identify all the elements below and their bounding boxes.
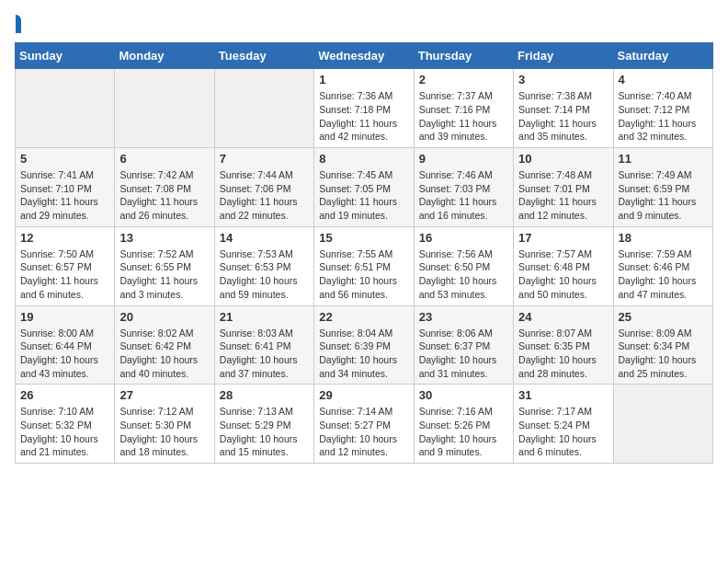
day-info: Sunrise: 8:07 AM Sunset: 6:35 PM Dayligh… [518, 327, 608, 381]
day-number: 7 [220, 152, 309, 166]
day-header-tuesday: Tuesday [214, 43, 313, 69]
week-row-2: 12Sunrise: 7:50 AM Sunset: 6:57 PM Dayli… [16, 226, 713, 305]
calendar-cell: 22Sunrise: 8:04 AM Sunset: 6:39 PM Dayli… [314, 305, 414, 385]
week-row-1: 5Sunrise: 7:41 AM Sunset: 7:10 PM Daylig… [16, 148, 713, 227]
calendar-cell [613, 385, 712, 464]
calendar-cell: 30Sunrise: 7:16 AM Sunset: 5:26 PM Dayli… [414, 385, 513, 464]
calendar-cell: 15Sunrise: 7:55 AM Sunset: 6:51 PM Dayli… [314, 226, 414, 305]
day-number: 16 [419, 231, 508, 245]
week-row-3: 19Sunrise: 8:00 AM Sunset: 6:44 PM Dayli… [16, 305, 713, 385]
day-number: 24 [518, 310, 608, 324]
day-number: 13 [119, 231, 209, 245]
day-number: 11 [619, 152, 708, 166]
day-number: 28 [220, 388, 309, 402]
day-header-sunday: Sunday [16, 43, 115, 69]
day-number: 4 [619, 73, 708, 86]
day-info: Sunrise: 7:56 AM Sunset: 6:50 PM Dayligh… [419, 247, 508, 302]
day-info: Sunrise: 7:17 AM Sunset: 5:24 PM Dayligh… [518, 405, 608, 459]
calendar-cell: 13Sunrise: 7:52 AM Sunset: 6:55 PM Dayli… [115, 226, 214, 305]
day-info: Sunrise: 8:09 AM Sunset: 6:34 PM Dayligh… [619, 327, 708, 381]
day-number: 2 [419, 73, 508, 86]
day-info: Sunrise: 7:37 AM Sunset: 7:16 PM Dayligh… [419, 89, 508, 144]
day-number: 22 [319, 310, 408, 324]
calendar-cell [16, 69, 115, 148]
week-row-0: 1Sunrise: 7:36 AM Sunset: 7:18 PM Daylig… [16, 69, 713, 148]
calendar-cell: 2Sunrise: 7:37 AM Sunset: 7:16 PM Daylig… [414, 69, 513, 148]
day-number: 31 [518, 388, 608, 402]
calendar-cell: 18Sunrise: 7:59 AM Sunset: 6:46 PM Dayli… [613, 226, 712, 305]
day-info: Sunrise: 7:36 AM Sunset: 7:18 PM Dayligh… [319, 89, 408, 144]
calendar-cell: 24Sunrise: 8:07 AM Sunset: 6:35 PM Dayli… [514, 305, 613, 385]
day-header-thursday: Thursday [414, 43, 513, 69]
calendar-cell: 8Sunrise: 7:45 AM Sunset: 7:05 PM Daylig… [314, 148, 414, 227]
day-info: Sunrise: 7:59 AM Sunset: 6:46 PM Dayligh… [619, 247, 708, 302]
calendar-cell: 11Sunrise: 7:49 AM Sunset: 6:59 PM Dayli… [613, 148, 712, 227]
day-number: 3 [518, 73, 608, 86]
calendar-cell: 14Sunrise: 7:53 AM Sunset: 6:53 PM Dayli… [214, 226, 313, 305]
calendar-cell: 25Sunrise: 8:09 AM Sunset: 6:34 PM Dayli… [613, 305, 712, 385]
day-info: Sunrise: 7:46 AM Sunset: 7:03 PM Dayligh… [419, 168, 508, 223]
calendar-cell: 5Sunrise: 7:41 AM Sunset: 7:10 PM Daylig… [16, 148, 115, 227]
day-info: Sunrise: 7:53 AM Sunset: 6:53 PM Dayligh… [220, 247, 309, 302]
day-info: Sunrise: 7:50 AM Sunset: 6:57 PM Dayligh… [20, 247, 109, 302]
calendar-cell: 29Sunrise: 7:14 AM Sunset: 5:27 PM Dayli… [314, 385, 414, 464]
day-header-friday: Friday [514, 43, 613, 69]
calendar-cell: 19Sunrise: 8:00 AM Sunset: 6:44 PM Dayli… [16, 305, 115, 385]
calendar-cell: 3Sunrise: 7:38 AM Sunset: 7:14 PM Daylig… [514, 69, 613, 148]
day-info: Sunrise: 7:13 AM Sunset: 5:29 PM Dayligh… [220, 405, 309, 459]
day-number: 29 [319, 388, 408, 402]
day-number: 23 [419, 310, 508, 324]
day-number: 5 [20, 152, 109, 166]
calendar-cell: 26Sunrise: 7:10 AM Sunset: 5:32 PM Dayli… [16, 385, 115, 464]
day-number: 12 [20, 231, 109, 245]
day-info: Sunrise: 7:12 AM Sunset: 5:30 PM Dayligh… [119, 405, 209, 459]
calendar-cell [115, 69, 214, 148]
day-number: 20 [119, 310, 209, 324]
calendar-cell: 7Sunrise: 7:44 AM Sunset: 7:06 PM Daylig… [214, 148, 313, 227]
day-info: Sunrise: 8:03 AM Sunset: 6:41 PM Dayligh… [220, 327, 309, 381]
day-header-saturday: Saturday [613, 43, 712, 69]
calendar-cell: 31Sunrise: 7:17 AM Sunset: 5:24 PM Dayli… [514, 385, 613, 464]
day-info: Sunrise: 7:10 AM Sunset: 5:32 PM Dayligh… [20, 405, 109, 459]
day-info: Sunrise: 7:14 AM Sunset: 5:27 PM Dayligh… [319, 405, 408, 459]
day-info: Sunrise: 8:04 AM Sunset: 6:39 PM Dayligh… [319, 327, 408, 381]
day-number: 14 [220, 231, 309, 245]
day-info: Sunrise: 7:49 AM Sunset: 6:59 PM Dayligh… [619, 168, 708, 223]
day-number: 1 [319, 73, 408, 86]
day-info: Sunrise: 8:00 AM Sunset: 6:44 PM Dayligh… [20, 327, 109, 381]
day-number: 8 [319, 152, 408, 166]
day-number: 26 [20, 388, 109, 402]
day-info: Sunrise: 7:57 AM Sunset: 6:48 PM Dayligh… [518, 247, 608, 302]
calendar-cell: 4Sunrise: 7:40 AM Sunset: 7:12 PM Daylig… [613, 69, 712, 148]
calendar-cell: 27Sunrise: 7:12 AM Sunset: 5:30 PM Dayli… [115, 385, 214, 464]
calendar-cell: 17Sunrise: 7:57 AM Sunset: 6:48 PM Dayli… [514, 226, 613, 305]
calendar-cell: 28Sunrise: 7:13 AM Sunset: 5:29 PM Dayli… [214, 385, 313, 464]
calendar-cell: 23Sunrise: 8:06 AM Sunset: 6:37 PM Dayli… [414, 305, 513, 385]
day-number: 15 [319, 231, 408, 245]
day-number: 18 [619, 231, 708, 245]
day-number: 25 [619, 310, 708, 324]
calendar-cell: 9Sunrise: 7:46 AM Sunset: 7:03 PM Daylig… [414, 148, 513, 227]
day-number: 17 [518, 231, 608, 245]
day-number: 21 [220, 310, 309, 324]
day-info: Sunrise: 7:52 AM Sunset: 6:55 PM Dayligh… [119, 247, 209, 302]
calendar-cell: 12Sunrise: 7:50 AM Sunset: 6:57 PM Dayli… [16, 226, 115, 305]
day-number: 30 [419, 388, 508, 402]
day-info: Sunrise: 7:45 AM Sunset: 7:05 PM Dayligh… [319, 168, 408, 223]
calendar-cell: 6Sunrise: 7:42 AM Sunset: 7:08 PM Daylig… [115, 148, 214, 227]
day-number: 19 [20, 310, 109, 324]
day-header-monday: Monday [115, 43, 214, 69]
page-header [15, 15, 713, 33]
day-info: Sunrise: 7:42 AM Sunset: 7:08 PM Dayligh… [119, 168, 209, 223]
day-number: 6 [119, 152, 209, 166]
calendar-table: SundayMondayTuesdayWednesdayThursdayFrid… [15, 42, 713, 464]
calendar-cell: 16Sunrise: 7:56 AM Sunset: 6:50 PM Dayli… [414, 226, 513, 305]
calendar-cell: 20Sunrise: 8:02 AM Sunset: 6:42 PM Dayli… [115, 305, 214, 385]
day-number: 27 [119, 388, 209, 402]
day-info: Sunrise: 7:48 AM Sunset: 7:01 PM Dayligh… [518, 168, 608, 223]
day-info: Sunrise: 7:44 AM Sunset: 7:06 PM Dayligh… [220, 168, 309, 223]
week-row-4: 26Sunrise: 7:10 AM Sunset: 5:32 PM Dayli… [16, 385, 713, 464]
day-info: Sunrise: 7:55 AM Sunset: 6:51 PM Dayligh… [319, 247, 408, 302]
calendar-cell: 10Sunrise: 7:48 AM Sunset: 7:01 PM Dayli… [514, 148, 613, 227]
day-info: Sunrise: 7:38 AM Sunset: 7:14 PM Dayligh… [518, 89, 608, 144]
